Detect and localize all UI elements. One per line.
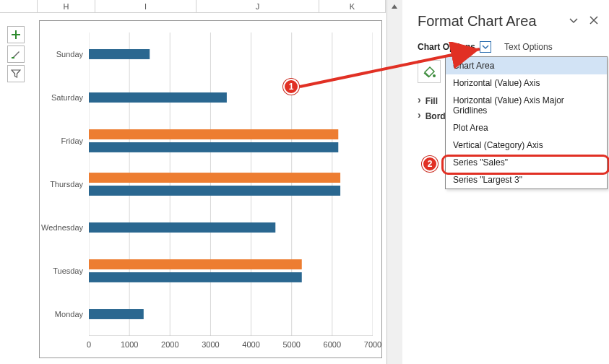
bar-sales[interactable] [89,222,275,233]
column-header[interactable]: I [95,0,196,13]
fill-line-tab-button[interactable] [418,60,441,83]
plus-icon [11,30,21,40]
chart-options-tab[interactable]: Chart Options [418,42,475,52]
chart-brush-button[interactable] [7,46,25,63]
funnel-icon [11,69,21,79]
column-header[interactable]: K [319,0,386,13]
axis-category-label: Saturday [51,93,83,102]
chevron-right-icon [418,110,421,121]
dropdown-item[interactable]: Horizontal (Value) Axis Major Gridlines [446,92,607,119]
axis-tick-label: 4000 [242,340,259,349]
axis-tick-label: 6000 [324,340,341,349]
dropdown-item[interactable]: Vertical (Category) Axis [446,136,607,154]
axis-category-label: Monday [55,310,83,318]
scroll-up-icon[interactable] [389,1,399,12]
axis-category-label: Thursday [50,180,83,188]
axis-category-label: Tuesday [53,266,83,275]
axis-category-label: Sunday [56,50,83,58]
bar-sales[interactable] [89,186,340,196]
callout-1: 1 [283,79,299,95]
plot-area[interactable]: SundaySaturdayFridayThursdayWednesdayTue… [89,32,373,336]
axis-category-label: Wednesday [41,223,83,232]
brush-icon [11,49,21,59]
axis-category-label: Friday [61,136,83,145]
column-header[interactable]: H [38,0,95,13]
bar-sales[interactable] [89,142,338,152]
bar-largest3[interactable] [89,173,340,183]
dropdown-item[interactable]: Plot Area [446,119,607,136]
text-options-tab[interactable]: Text Options [504,42,553,52]
bar-largest3[interactable] [89,259,302,269]
svg-rect-0 [12,57,14,58]
chart-area[interactable]: SundaySaturdayFridayThursdayWednesdayTue… [39,20,382,358]
chart-funnel-button[interactable] [7,65,25,82]
callout-2: 2 [422,156,438,172]
chart-plus-button[interactable] [7,26,25,43]
axis-tick-label: 2000 [161,340,178,349]
paint-bucket-icon [421,64,437,79]
bar-sales[interactable] [89,272,302,282]
chevron-right-icon [418,95,421,106]
chart-options-dropdown-button[interactable] [480,41,491,53]
axis-tick-label: 3000 [202,340,219,349]
svg-point-10 [433,74,436,77]
bar-sales[interactable] [89,49,150,59]
chevron-down-icon[interactable] [569,15,579,27]
bar-sales[interactable] [89,92,227,103]
bar-largest3[interactable] [89,129,338,139]
axis-tick-label: 7000 [364,340,381,349]
pane-title: Format Chart Area [418,13,537,30]
close-icon[interactable] [589,15,599,27]
bar-sales[interactable] [89,309,144,319]
chevron-down-icon [482,43,489,51]
chart-element-dropdown[interactable]: Chart AreaHorizontal (Value) AxisHorizon… [445,56,608,189]
axis-tick-label: 0 [87,340,91,349]
dropdown-item[interactable]: Series "Sales" [446,154,607,171]
axis-tick-label: 1000 [121,340,138,349]
axis-tick-label: 5000 [282,340,300,349]
dropdown-item[interactable]: Chart Area [446,57,607,74]
vertical-scrollbar[interactable] [386,0,402,364]
dropdown-item[interactable]: Series "Largest 3" [446,171,607,188]
column-header[interactable]: J [196,0,319,13]
column-header[interactable] [0,0,38,13]
dropdown-item[interactable]: Horizontal (Value) Axis [446,74,607,92]
